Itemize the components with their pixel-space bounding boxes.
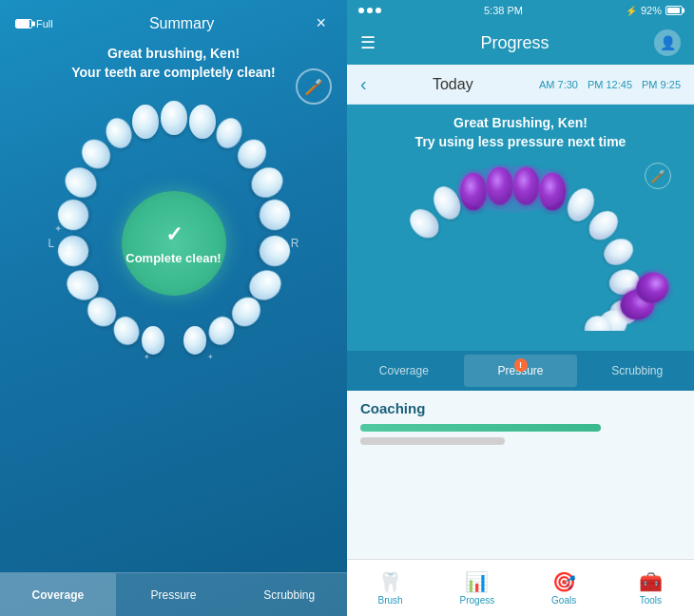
- teeth-container: ✦ ✦ ✦ ✦ ✦ ✓ Complete clean! L R: [41, 91, 307, 395]
- right-tabs: Coverage ! Pressure Scrubbing: [347, 351, 694, 391]
- right-battery-icon: [665, 6, 683, 15]
- right-tab-scrubbing[interactable]: Scrubbing: [580, 351, 694, 391]
- dot1: [358, 8, 364, 13]
- greeting-line2: Your teeth are completely clean!: [71, 64, 275, 83]
- status-dots: [358, 8, 381, 13]
- battery-info: Full: [15, 18, 53, 29]
- svg-point-15: [257, 234, 292, 269]
- svg-point-20: [183, 326, 206, 355]
- left-tab-coverage[interactable]: Coverage: [0, 573, 116, 616]
- back-button[interactable]: ‹: [360, 73, 367, 95]
- time-slots: AM 7:30 PM 12:45 PM 9:25: [539, 79, 681, 90]
- dot3: [376, 8, 381, 13]
- time-slot-2[interactable]: PM 12:45: [588, 79, 632, 90]
- teeth-display-area: 🪥: [360, 157, 681, 337]
- complete-circle: ✓ Complete clean!: [122, 191, 226, 296]
- battery-icon: [15, 19, 32, 29]
- battery-label: Full: [36, 18, 53, 29]
- nav-item-progress[interactable]: 📊 Progess: [434, 570, 520, 606]
- tools-label: Tools: [640, 595, 662, 606]
- svg-point-3: [102, 115, 135, 152]
- status-bar: 5:38 PM ⚡ 92%: [347, 0, 694, 21]
- goals-icon: 🎯: [552, 570, 576, 593]
- svg-text:✦: ✦: [54, 223, 62, 234]
- left-panel: Full Summary × Great brushing, Ken! Your…: [0, 0, 347, 616]
- svg-point-19: [142, 326, 164, 355]
- toothbrush-small-icon: 🪥: [645, 163, 671, 189]
- pressure-teeth-svg: [360, 164, 681, 331]
- today-label: Today: [433, 76, 473, 93]
- battery-tip: [683, 9, 685, 13]
- battery-fill: [16, 20, 29, 28]
- coaching-bar-2: [360, 437, 505, 445]
- coaching-title: Coaching: [360, 400, 681, 416]
- nav-item-brush[interactable]: 🦷 Brush: [347, 570, 434, 606]
- svg-text:✦: ✦: [144, 353, 150, 361]
- left-tab-scrubbing[interactable]: Scrubbing: [231, 573, 347, 616]
- bluetooth-icon: ⚡: [626, 6, 637, 16]
- battery-percent: 92%: [641, 5, 662, 16]
- left-header: Full Summary ×: [0, 0, 347, 41]
- left-tab-pressure[interactable]: Pressure: [116, 573, 232, 616]
- svg-point-7: [212, 115, 245, 152]
- tools-icon: 🧰: [639, 570, 663, 593]
- svg-point-0: [132, 105, 159, 139]
- coaching-bar-1: [360, 424, 601, 432]
- brush-icon: 🦷: [378, 570, 402, 593]
- nav-item-tools[interactable]: 🧰 Tools: [607, 570, 694, 606]
- svg-point-1: [161, 101, 187, 135]
- profile-icon[interactable]: 👤: [654, 29, 681, 56]
- brushing-msg: Great Brushing, Ken! Try using less pres…: [360, 114, 681, 151]
- right-nav-title: Progress: [480, 33, 549, 53]
- right-panel: 5:38 PM ⚡ 92% ☰ Progress 👤 ‹ Today AM 7:…: [347, 0, 694, 616]
- brush-label: Brush: [378, 595, 403, 606]
- right-battery-fill: [667, 8, 680, 13]
- goals-label: Goals: [551, 595, 576, 606]
- svg-text:✦: ✦: [207, 353, 214, 361]
- svg-point-2: [189, 105, 216, 139]
- progress-icon: 📊: [465, 570, 489, 593]
- svg-point-41: [456, 164, 569, 212]
- svg-text:✦: ✦: [279, 244, 286, 255]
- time-slot-1[interactable]: AM 7:30: [539, 79, 578, 90]
- right-tab-pressure[interactable]: ! Pressure: [464, 355, 578, 387]
- checkmark-icon: ✓: [165, 222, 183, 247]
- right-nav-bar: ☰ Progress 👤: [347, 21, 694, 65]
- greeting-text: Great brushing, Ken! Your teeth are comp…: [71, 45, 275, 82]
- bottom-nav: 🦷 Brush 📊 Progess 🎯 Goals 🧰 Tools: [347, 559, 694, 616]
- svg-point-10: [255, 196, 294, 235]
- brushing-line1: Great Brushing, Ken!: [360, 114, 681, 133]
- right-tab-coverage[interactable]: Coverage: [347, 351, 461, 391]
- nav-item-goals[interactable]: 🎯 Goals: [521, 570, 607, 606]
- dot2: [367, 8, 373, 13]
- today-bar: ‹ Today AM 7:30 PM 12:45 PM 9:25: [347, 65, 694, 105]
- svg-point-34: [599, 234, 637, 270]
- brushing-info: Great Brushing, Ken! Try using less pres…: [347, 105, 694, 351]
- progress-label: Progess: [460, 595, 495, 606]
- left-tabs: Coverage Pressure Scrubbing: [0, 572, 347, 616]
- left-title: Summary: [149, 15, 214, 32]
- brushing-line2: Try using less pressure next time: [360, 133, 681, 152]
- status-right: ⚡ 92%: [626, 5, 683, 16]
- greeting-line1: Great brushing, Ken!: [71, 45, 275, 64]
- time-slot-3[interactable]: PM 9:25: [642, 79, 681, 90]
- status-time: 5:38 PM: [484, 5, 523, 16]
- exclamation-badge: !: [514, 358, 528, 372]
- complete-label: Complete clean!: [125, 251, 221, 265]
- svg-text:✦: ✦: [64, 241, 75, 256]
- close-button[interactable]: ×: [310, 11, 332, 35]
- coaching-section: Coaching: [347, 391, 694, 559]
- menu-icon[interactable]: ☰: [360, 32, 376, 53]
